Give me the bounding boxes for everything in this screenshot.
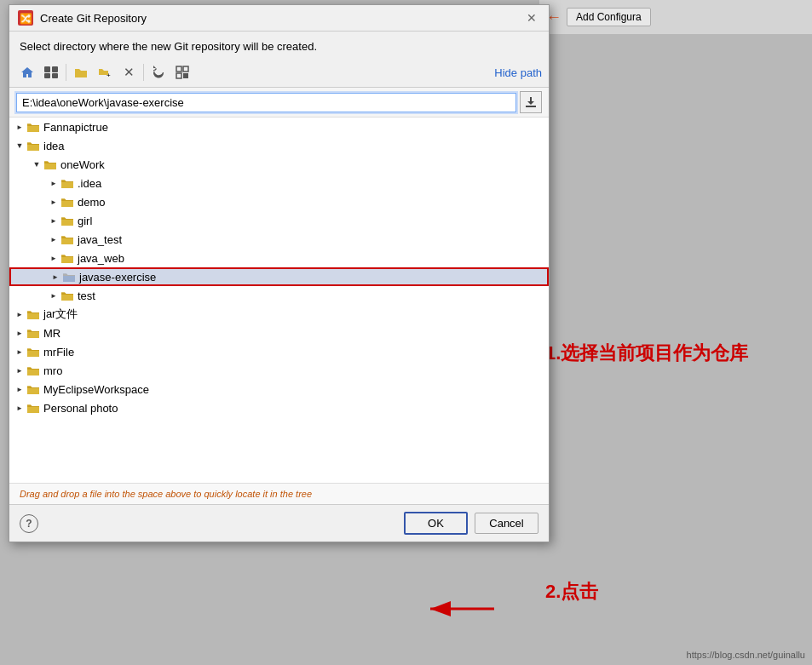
create-git-repository-dialog: 🔀 Create Git Repository ✕ Select directo… — [9, 4, 550, 542]
tree-label-javase-exercise: javase-exercise — [79, 271, 156, 284]
home-button[interactable] — [16, 61, 38, 83]
git-icon: 🔀 — [18, 10, 33, 26]
delete-button[interactable]: ✕ — [118, 61, 140, 83]
tree-toggle-javase-exercise: ► — [49, 267, 62, 286]
tree-label-test: test — [78, 290, 95, 302]
refresh-button[interactable] — [147, 61, 170, 83]
file-toolbar: + ✕ Hide path — [9, 60, 549, 88]
svg-rect-7 — [52, 73, 58, 78]
hide-path-link[interactable]: Hide path — [494, 66, 542, 79]
tree-toggle-myeclipse: ► — [13, 380, 26, 398]
svg-rect-13 — [526, 106, 536, 107]
folder-icon-mrfile — [26, 345, 40, 358]
help-button[interactable]: ? — [20, 514, 38, 533]
folder-icon-personal — [26, 401, 40, 415]
tree-toggle-java_web: ► — [47, 249, 60, 267]
svg-rect-6 — [44, 73, 50, 78]
browse-button[interactable] — [520, 91, 542, 113]
tree-item-fannapictrue[interactable]: ► Fannapictrue — [9, 118, 549, 136]
path-input[interactable] — [16, 93, 516, 112]
refresh-icon — [152, 66, 165, 79]
tree-toggle-mrfile: ► — [13, 342, 26, 361]
close-button[interactable]: ✕ — [523, 10, 540, 26]
dialog-description: Select directory where the new Git repos… — [9, 32, 549, 60]
folder-icon-mr — [26, 326, 40, 340]
download-icon — [525, 96, 537, 108]
new-folder-button[interactable]: + — [94, 61, 116, 83]
folder-icon-demo — [60, 195, 74, 209]
desktop-button[interactable] — [40, 61, 62, 83]
tree-label-fannapictrue: Fannapictrue — [43, 121, 108, 134]
folder-icon-idea — [26, 139, 40, 152]
folder-icon-javase-exercise — [62, 270, 76, 284]
tree-toggle-mro: ► — [13, 361, 26, 380]
desktop-icon — [44, 66, 58, 78]
tree-toggle-mr: ► — [13, 324, 26, 342]
tree-item-mr[interactable]: ► MR — [9, 324, 549, 342]
folder-icon-java_web — [60, 251, 74, 265]
folder-icon-mro — [26, 364, 40, 377]
add-configuration-button[interactable]: Add Configura — [567, 8, 651, 26]
tree-item-girl[interactable]: ► girl — [9, 211, 549, 230]
folder-icon-onework — [43, 158, 57, 171]
tree-item-demo[interactable]: ► demo — [9, 192, 549, 211]
svg-rect-11 — [176, 73, 181, 78]
svg-rect-9 — [176, 66, 181, 72]
separator-1 — [66, 64, 66, 81]
toggle-view-icon — [176, 66, 189, 79]
tree-label-idea: idea — [43, 140, 65, 152]
tree-item-mro[interactable]: ► mro — [9, 361, 549, 380]
tree-label-java_web: java_web — [78, 252, 124, 265]
ide-toolbar: ← Add Configura — [539, 0, 812, 34]
tree-toggle-idea: ▼ — [13, 136, 26, 155]
tree-item-java_web[interactable]: ► java_web — [9, 249, 549, 267]
tree-item-jar[interactable]: ► jar文件 — [9, 305, 549, 324]
tree-toggle-onework: ▼ — [30, 155, 43, 174]
tree-item-personal[interactable]: ► Personal photo — [9, 398, 549, 417]
tree-item-test[interactable]: ► test — [9, 286, 549, 305]
folder-icon-java_test — [60, 232, 74, 246]
delete-icon: ✕ — [124, 65, 135, 80]
tree-label-jar: jar文件 — [43, 307, 78, 322]
tree-item-onework[interactable]: ▼ oneWork — [9, 155, 549, 174]
dialog-titlebar: 🔀 Create Git Repository ✕ — [9, 5, 549, 32]
folder-icon-jar — [26, 307, 40, 321]
svg-text:+: + — [107, 72, 111, 78]
tree-item-java_test[interactable]: ► java_test — [9, 230, 549, 249]
tree-item-myeclipse[interactable]: ► MyEclipseWorkspace — [9, 380, 549, 398]
file-tree[interactable]: ► Fannapictrue▼ idea▼ oneWork► .idea► de… — [9, 117, 549, 483]
new-folder-icon: + — [98, 66, 112, 78]
tree-label-demo: demo — [78, 196, 106, 209]
watermark: https://blog.csdn.net/guinallu — [687, 650, 805, 660]
folder-icon-fannapictrue — [26, 120, 40, 134]
path-row — [9, 88, 549, 117]
tree-label-girl: girl — [78, 215, 92, 227]
folder-button[interactable] — [70, 61, 92, 83]
svg-rect-12 — [183, 73, 188, 78]
tree-label-onework: oneWork — [60, 158, 105, 171]
cancel-button[interactable]: Cancel — [475, 513, 538, 534]
drag-hint: Drag and drop a file into the space abov… — [9, 483, 549, 504]
tree-toggle-fannapictrue: ► — [13, 118, 26, 136]
folder-icon-idea-sub — [60, 176, 74, 190]
folder-icon — [74, 66, 88, 78]
tree-toggle-jar: ► — [13, 305, 26, 324]
tree-item-javase-exercise[interactable]: ► javase-exercise — [9, 267, 549, 286]
tree-toggle-personal: ► — [13, 398, 26, 417]
tree-label-personal: Personal photo — [43, 402, 118, 415]
tree-label-myeclipse: MyEclipseWorkspace — [43, 383, 149, 396]
tree-item-idea-sub[interactable]: ► .idea — [9, 174, 549, 192]
folder-icon-myeclipse — [26, 382, 40, 396]
home-icon — [20, 66, 34, 79]
svg-rect-4 — [44, 66, 50, 72]
tree-toggle-idea-sub: ► — [47, 174, 60, 192]
tree-toggle-girl: ► — [47, 211, 60, 230]
ok-button[interactable]: OK — [404, 512, 468, 535]
tree-item-mrfile[interactable]: ► mrFile — [9, 342, 549, 361]
tree-item-idea[interactable]: ▼ idea — [9, 136, 549, 155]
folder-icon-girl — [60, 214, 74, 227]
tree-toggle-test: ► — [47, 286, 60, 305]
toggle-view-button[interactable] — [171, 61, 193, 83]
tree-label-java_test: java_test — [78, 233, 122, 246]
tree-label-mr: MR — [43, 327, 60, 340]
